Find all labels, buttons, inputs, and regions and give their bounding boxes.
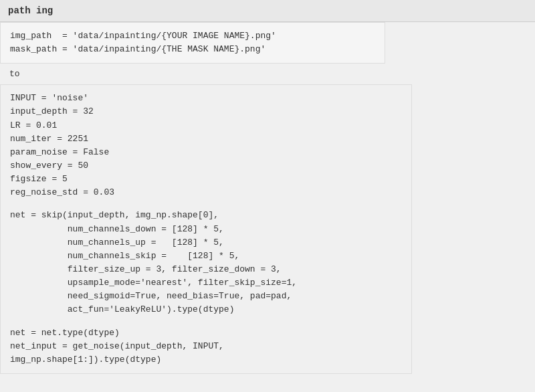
page-container: path ing img_path = 'data/inpainting/{YO… <box>0 0 535 392</box>
code-line-2-10: num_channels_down = [128] * 5, <box>10 223 402 236</box>
code-section-2: INPUT = 'noise'input_depth = 32LR = 0.01… <box>0 84 412 374</box>
code-line-1-2: mask_path = 'data/inpainting/{THE MASK N… <box>10 43 375 56</box>
code-line-2-16: act_fun='LeakyReLU').type(dtype) <box>10 303 402 316</box>
code-line-2-0: INPUT = 'noise' <box>10 92 402 105</box>
code-section-1: img_path = 'data/inpainting/{YOUR IMAGE … <box>0 22 385 64</box>
code-line-2-4: param_noise = False <box>10 146 402 159</box>
code-line-2-13: filter_size_up = 3, filter_size_down = 3… <box>10 263 402 276</box>
code-line-2-17 <box>10 317 402 326</box>
code-line-1-1: img_path = 'data/inpainting/{YOUR IMAGE … <box>10 29 375 43</box>
to-label: to <box>0 64 535 84</box>
code-line-2-9: net = skip(input_depth, img_np.shape[0], <box>10 209 402 222</box>
code-line-2-7: reg_noise_std = 0.03 <box>10 186 402 199</box>
code-line-2-3: num_iter = 2251 <box>10 132 402 146</box>
code-line-2-14: upsample_mode='nearest', filter_skip_siz… <box>10 276 402 290</box>
code-line-2-11: num_channels_up = [128] * 5, <box>10 236 402 250</box>
top-bar: path ing <box>0 0 535 22</box>
code-line-2-8 <box>10 199 402 209</box>
code-line-2-1: input_depth = 32 <box>10 105 402 118</box>
code-line-2-20: img_np.shape[1:]).type(dtype) <box>10 353 402 367</box>
code-line-2-6: figsize = 5 <box>10 173 402 186</box>
code-line-2-18: net = net.type(dtype) <box>10 326 402 340</box>
code-line-2-5: show_every = 50 <box>10 159 402 173</box>
top-bar-label: path ing <box>8 5 53 16</box>
code-line-2-15: need_sigmoid=True, need_bias=True, pad=p… <box>10 290 402 303</box>
code-line-2-12: num_channels_skip = [128] * 5, <box>10 250 402 263</box>
code-line-2-2: LR = 0.01 <box>10 119 402 132</box>
code-line-2-19: net_input = get_noise(input_depth, INPUT… <box>10 340 402 353</box>
